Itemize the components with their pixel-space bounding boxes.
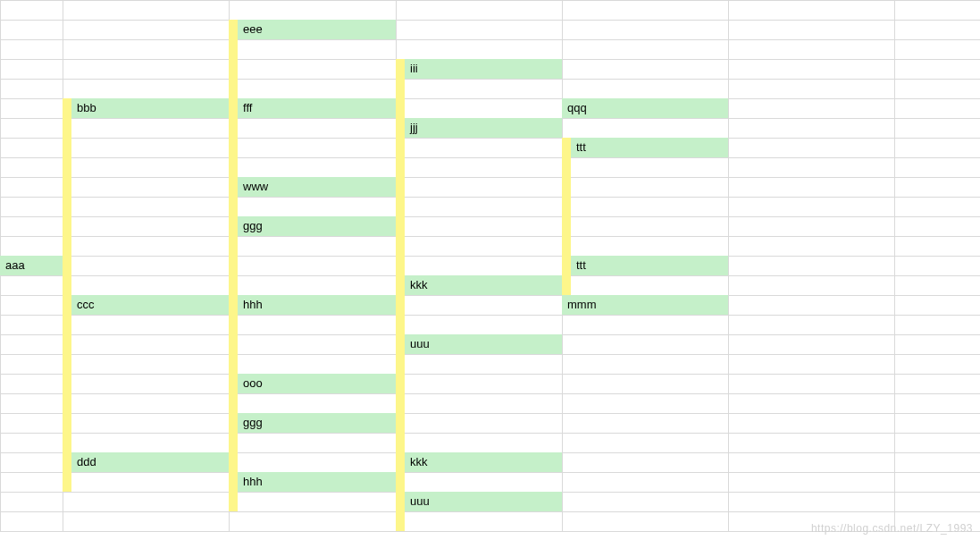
tree-spine (63, 374, 71, 393)
tree-bullet (229, 413, 238, 433)
tree-spine (396, 79, 405, 98)
tree-bullet (229, 374, 238, 393)
tree-node-label: ttt (571, 256, 728, 275)
tree-bullet (63, 452, 71, 472)
tree-spine (63, 275, 71, 295)
tree-spine (229, 452, 238, 472)
tree-spine (63, 315, 71, 334)
tree-spine (396, 393, 405, 413)
tree-spine (396, 256, 405, 275)
tree-spine (63, 354, 71, 374)
tree-spine (396, 295, 405, 315)
tree-spine (396, 177, 405, 197)
tree-spine (229, 39, 238, 59)
tree-spine (396, 98, 405, 118)
tree-spine (396, 413, 405, 433)
tree-spine (63, 118, 71, 138)
tree-spine (396, 472, 405, 492)
tree-spine (396, 315, 405, 334)
tree-bullet (63, 98, 71, 118)
tree-spine (63, 413, 71, 433)
tree-bullet (229, 177, 238, 197)
tree-spine (396, 197, 405, 216)
tree-spine (229, 118, 238, 138)
tree-spine (63, 472, 71, 492)
tree-spine (229, 492, 238, 511)
tree-spine (63, 236, 71, 256)
tree-spine (229, 433, 238, 452)
tree-spine (229, 79, 238, 98)
tree-spine (63, 157, 71, 177)
tree-spine (396, 216, 405, 236)
tree-spine (229, 315, 238, 334)
tree-spine (63, 334, 71, 354)
tree-spine (63, 433, 71, 452)
tree-spine (63, 393, 71, 413)
tree-bullet (396, 492, 405, 511)
tree-spine (229, 354, 238, 374)
tree-node-label: fff (238, 98, 396, 118)
tree-bullet (229, 98, 238, 118)
tree-node-label: ooo (238, 374, 396, 393)
tree-bullet (396, 334, 405, 354)
tree-spine (63, 138, 71, 157)
tree-spine (229, 275, 238, 295)
tree-bullet (63, 295, 71, 315)
tree-node-label: kkk (405, 452, 562, 472)
tree-spine (229, 256, 238, 275)
tree-spine (229, 236, 238, 256)
tree-bullet (396, 452, 405, 472)
tree-spine (562, 236, 571, 256)
tree-bullet (562, 256, 571, 275)
tree-node-label: uuu (405, 492, 562, 511)
tree-spine (63, 216, 71, 236)
tree-bullet (562, 138, 571, 157)
tree-bullet (229, 472, 238, 492)
tree-spine (229, 197, 238, 216)
tree-spine (229, 393, 238, 413)
tree-bullet (229, 216, 238, 236)
tree-node-label: jjj (405, 118, 562, 138)
tree-spine (562, 216, 571, 236)
tree-node-label: hhh (238, 295, 396, 315)
tree-node-label: ddd (71, 452, 229, 472)
tree-node-label: ggg (238, 413, 396, 433)
tree-spine (229, 334, 238, 354)
tree-spine (229, 138, 238, 157)
tree-spine (396, 354, 405, 374)
tree-node-label: aaa (0, 256, 63, 275)
tree-spine (229, 59, 238, 79)
tree-node-label: eee (238, 20, 396, 39)
tree-spine (63, 256, 71, 275)
spreadsheet-grid: eeeiiibbbfffqqqjjjtttwwwgggaaatttkkkccch… (0, 0, 980, 540)
tree-node-label: bbb (71, 98, 229, 118)
tree-spine (63, 177, 71, 197)
tree-spine (562, 197, 571, 216)
tree-spine (562, 157, 571, 177)
tree-bullet (229, 295, 238, 315)
tree-spine (396, 433, 405, 452)
tree-node-label: www (238, 177, 396, 197)
tree-spine (396, 236, 405, 256)
tree-bullet (396, 275, 405, 295)
tree-bullet (229, 20, 238, 39)
tree-spine (562, 177, 571, 197)
tree-node-label: ttt (571, 138, 728, 157)
tree-node-label: qqq (562, 98, 728, 118)
tree-bullet (396, 118, 405, 138)
tree-node-label: ccc (71, 295, 229, 315)
tree-spine (63, 197, 71, 216)
tree-bullet (396, 59, 405, 79)
tree-spine (229, 157, 238, 177)
tree-node-label: mmm (562, 295, 728, 315)
tree-spine (396, 511, 405, 531)
tree-node-label: iii (405, 59, 562, 79)
tree-spine (396, 157, 405, 177)
tree-spine (562, 275, 571, 295)
tree-spine (396, 374, 405, 393)
tree-node-label: ggg (238, 216, 396, 236)
tree-node-label: uuu (405, 334, 562, 354)
tree-node-label: kkk (405, 275, 562, 295)
tree-spine (396, 138, 405, 157)
tree-node-label: hhh (238, 472, 396, 492)
